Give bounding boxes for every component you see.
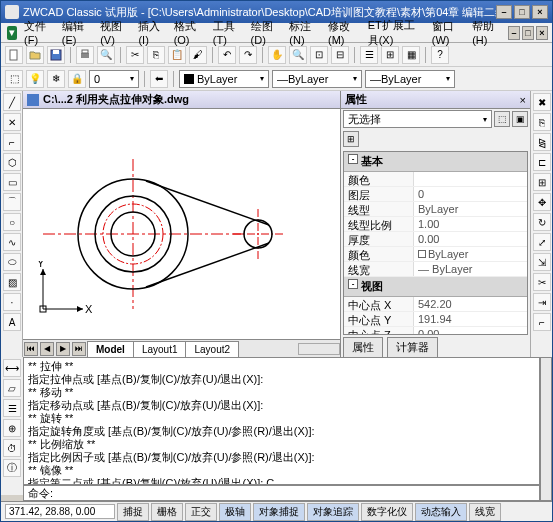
distance-icon[interactable]: ⟷ — [3, 359, 21, 377]
match-icon[interactable]: 🖌 — [189, 46, 207, 64]
layer-state-icon[interactable]: 💡 — [26, 70, 44, 88]
color-combo[interactable]: ByLayer▾ — [179, 70, 269, 88]
property-grid[interactable]: -基本 颜色 图层0 线型ByLayer 线型比例1.00 厚度0.00 颜色B… — [343, 151, 528, 335]
properties-icon[interactable]: ☰ — [360, 46, 378, 64]
linetype-combo[interactable]: — ByLayer▾ — [272, 70, 362, 88]
tab-last-icon[interactable]: ⏭ — [72, 342, 86, 356]
list-icon[interactable]: ☰ — [3, 399, 21, 417]
move-icon[interactable]: ✥ — [533, 193, 551, 211]
status-osnap[interactable]: 对象捕捉 — [253, 503, 305, 521]
print-icon[interactable] — [76, 46, 94, 64]
pline-icon[interactable]: ⌐ — [3, 133, 21, 151]
tab-layout1[interactable]: Layout1 — [133, 341, 187, 357]
toggle-pim-icon[interactable]: ⊞ — [343, 131, 359, 147]
fillet-icon[interactable]: ⌐ — [533, 313, 551, 331]
command-scrollbar[interactable] — [540, 357, 552, 501]
design-center-icon[interactable]: ⊞ — [381, 46, 399, 64]
tab-calculator[interactable]: 计算器 — [387, 337, 438, 358]
tab-layout2[interactable]: Layout2 — [185, 341, 239, 357]
menu-window[interactable]: 窗口(W) — [427, 17, 465, 48]
status-digitize[interactable]: 数字化仪 — [361, 503, 413, 521]
status-lweight[interactable]: 线宽 — [469, 503, 501, 521]
polygon-icon[interactable]: ⬡ — [3, 153, 21, 171]
id-icon[interactable]: ⊕ — [3, 419, 21, 437]
menu-format[interactable]: 格式(O) — [169, 17, 206, 48]
ellipse-icon[interactable]: ⬭ — [3, 253, 21, 271]
coordinates[interactable]: 371.42, 28.88, 0.00 — [5, 504, 115, 519]
doc-minimize-button[interactable]: – — [508, 26, 520, 40]
command-input[interactable]: 命令: — [23, 485, 540, 501]
tool-palette-icon[interactable]: ▦ — [402, 46, 420, 64]
status-ortho[interactable]: 正交 — [185, 503, 217, 521]
status-snap[interactable]: 捕捉 — [117, 503, 149, 521]
save-icon[interactable] — [47, 46, 65, 64]
status-grid[interactable]: 栅格 — [151, 503, 183, 521]
scale-icon[interactable]: ⤢ — [533, 233, 551, 251]
canvas[interactable]: X Y — [23, 109, 340, 339]
redo-icon[interactable]: ↷ — [239, 46, 257, 64]
preview-icon[interactable]: 🔍 — [97, 46, 115, 64]
spline-icon[interactable]: ∿ — [3, 233, 21, 251]
layer-prev-icon[interactable]: ⬅ — [150, 70, 168, 88]
menu-tools[interactable]: 工具(T) — [208, 17, 244, 48]
app-menu-icon[interactable]: ▾ — [7, 26, 17, 40]
status-icon[interactable]: ⓘ — [3, 459, 21, 477]
command-history[interactable]: ** 拉伸 ** 指定拉伸点或 [基点(B)/复制(C)/放弃(U)/退出(X)… — [23, 357, 540, 485]
tab-prev-icon[interactable]: ◀ — [40, 342, 54, 356]
group-view[interactable]: -视图 — [344, 277, 527, 297]
doc-maximize-button[interactable]: □ — [522, 26, 534, 40]
menu-modify[interactable]: 修改(M) — [323, 17, 361, 48]
circle-icon[interactable]: ○ — [3, 213, 21, 231]
properties-close-icon[interactable]: × — [520, 94, 526, 106]
paste-icon[interactable]: 📋 — [168, 46, 186, 64]
tab-next-icon[interactable]: ▶ — [56, 342, 70, 356]
menu-et[interactable]: ET扩展工具(X) — [363, 16, 425, 50]
erase-icon[interactable]: ✖ — [533, 93, 551, 111]
arc-icon[interactable]: ⌒ — [3, 193, 21, 211]
copy-obj-icon[interactable]: ⎘ — [533, 113, 551, 131]
tab-model[interactable]: Model — [87, 341, 134, 357]
doc-close-button[interactable]: × — [536, 26, 548, 40]
menu-help[interactable]: 帮助(H) — [467, 17, 504, 48]
pan-icon[interactable]: ✋ — [268, 46, 286, 64]
status-dyn[interactable]: 动态输入 — [415, 503, 467, 521]
status-otrack[interactable]: 对象追踪 — [307, 503, 359, 521]
horizontal-scrollbar[interactable] — [298, 343, 340, 355]
zoom-icon[interactable]: 🔍 — [289, 46, 307, 64]
new-icon[interactable] — [5, 46, 23, 64]
status-polar[interactable]: 极轴 — [219, 503, 251, 521]
layer-combo[interactable]: 0▾ — [89, 70, 139, 88]
selection-combo[interactable]: 无选择▾ — [343, 110, 492, 128]
zoom-window-icon[interactable]: ⊡ — [310, 46, 328, 64]
menu-insert[interactable]: 插入(I) — [133, 17, 166, 48]
quick-select-icon[interactable]: ⬚ — [494, 111, 510, 127]
point-icon[interactable]: · — [3, 293, 21, 311]
time-icon[interactable]: ⏱ — [3, 439, 21, 457]
copy-icon[interactable]: ⎘ — [147, 46, 165, 64]
undo-icon[interactable]: ↶ — [218, 46, 236, 64]
layer-freeze-icon[interactable]: ❄ — [47, 70, 65, 88]
menu-file[interactable]: 文件(F) — [19, 17, 55, 48]
extend-icon[interactable]: ⇥ — [533, 293, 551, 311]
xline-icon[interactable]: ✕ — [3, 113, 21, 131]
menu-draw[interactable]: 绘图(D) — [246, 17, 283, 48]
menu-dim[interactable]: 标注(N) — [284, 17, 321, 48]
lineweight-combo[interactable]: — ByLayer▾ — [365, 70, 455, 88]
offset-icon[interactable]: ⊏ — [533, 153, 551, 171]
maximize-button[interactable]: □ — [514, 5, 530, 19]
close-button[interactable]: × — [532, 5, 548, 19]
tab-properties[interactable]: 属性 — [343, 337, 383, 358]
rotate-icon[interactable]: ↻ — [533, 213, 551, 231]
cut-icon[interactable]: ✂ — [126, 46, 144, 64]
menu-view[interactable]: 视图(V) — [95, 17, 131, 48]
open-icon[interactable] — [26, 46, 44, 64]
tab-first-icon[interactable]: ⏮ — [24, 342, 38, 356]
trim-icon[interactable]: ✂ — [533, 273, 551, 291]
area-icon[interactable]: ▱ — [3, 379, 21, 397]
help-icon[interactable]: ? — [431, 46, 449, 64]
array-icon[interactable]: ⊞ — [533, 173, 551, 191]
layer-lock-icon[interactable]: 🔒 — [68, 70, 86, 88]
rectangle-icon[interactable]: ▭ — [3, 173, 21, 191]
stretch-icon[interactable]: ⇲ — [533, 253, 551, 271]
line-icon[interactable]: ╱ — [3, 93, 21, 111]
